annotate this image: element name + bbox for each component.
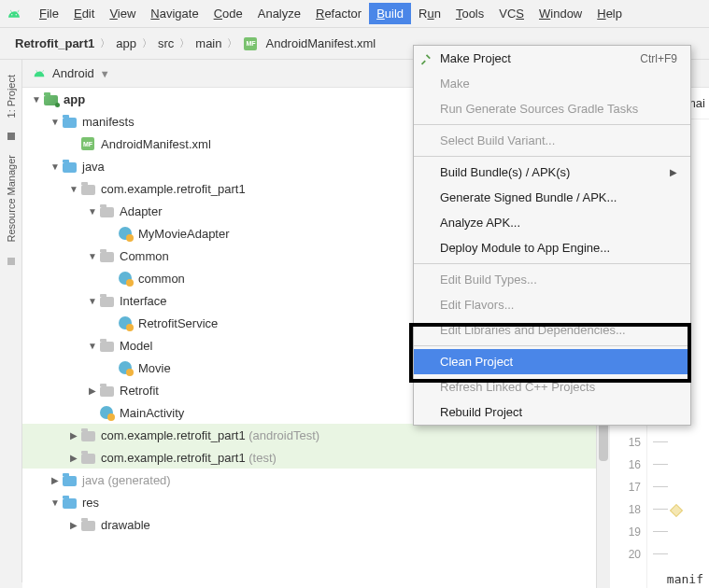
project-view-label: Android xyxy=(52,66,94,80)
expander-icon[interactable]: ▼ xyxy=(86,251,99,261)
manifest-file-icon: MF xyxy=(243,36,258,51)
menu-item-select-build-variant: Select Build Variant... xyxy=(414,128,690,153)
fold-mark[interactable] xyxy=(647,431,709,454)
fold-mark[interactable] xyxy=(647,498,709,521)
tree-node-label: MainActivity xyxy=(120,406,184,420)
tree-node-java-gen[interactable]: ▶java (generated) xyxy=(22,469,596,491)
breadcrumb-crumb[interactable]: main xyxy=(195,36,221,50)
expander-icon[interactable]: ▼ xyxy=(86,341,99,351)
menu-help[interactable]: Help xyxy=(589,3,630,24)
menu-item-label: Rebuild Project xyxy=(440,405,522,419)
line-number: 16 xyxy=(610,454,641,476)
menu-item-run-generate-sources: Run Generate Sources Gradle Tasks xyxy=(414,96,690,121)
tree-node-label: AndroidManifest.xml xyxy=(101,137,211,151)
tree-node-drawable[interactable]: ▶drawable xyxy=(22,513,596,536)
menu-item-label: Generate Signed Bundle / APK... xyxy=(440,190,617,204)
menu-run[interactable]: Run xyxy=(411,3,448,24)
expander-icon[interactable]: ▼ xyxy=(67,184,80,194)
tree-node-label: RetrofitService xyxy=(138,316,218,330)
menu-separator xyxy=(414,124,690,125)
tree-node-label: com.example.retrofit_part1 (androidTest) xyxy=(101,428,319,442)
expander-icon[interactable]: ▶ xyxy=(49,475,62,485)
breadcrumb-project[interactable]: Retrofit_part1 xyxy=(15,36,94,50)
breadcrumb-crumb[interactable]: src xyxy=(158,36,174,50)
menu-item-rebuild-project[interactable]: Rebuild Project xyxy=(414,399,690,425)
tree-node-label: common xyxy=(138,272,185,286)
menu-navigate[interactable]: Navigate xyxy=(143,3,206,24)
menu-item-label: Edit Build Types... xyxy=(440,273,537,287)
menu-vcs[interactable]: VCS xyxy=(491,3,532,24)
menu-separator xyxy=(414,345,690,346)
menu-separator xyxy=(414,263,690,264)
tree-node-pkg-androidtest[interactable]: ▶com.example.retrofit_part1 (androidTest… xyxy=(22,424,596,446)
menu-refactor[interactable]: Refactor xyxy=(308,3,369,24)
tree-node-label: java (generated) xyxy=(82,473,171,487)
tree-node-label: Common xyxy=(120,249,169,263)
sidebar-tab-project[interactable]: 1: Project xyxy=(6,69,17,123)
fold-mark[interactable] xyxy=(647,476,709,498)
menu-file[interactable]: File xyxy=(32,3,66,24)
expander-icon[interactable]: ▶ xyxy=(86,385,99,396)
expander-icon[interactable]: ▼ xyxy=(49,497,62,508)
menu-item-edit-libraries: Edit Libraries and Dependencies... xyxy=(414,317,690,343)
menu-item-label: Edit Libraries and Dependencies... xyxy=(440,323,626,337)
tree-node-label: Movie xyxy=(138,361,171,375)
line-number: 20 xyxy=(610,543,641,566)
tree-node-pkg-test[interactable]: ▶com.example.retrofit_part1 (test) xyxy=(22,446,596,469)
menu-item-build-bundles[interactable]: Build Bundle(s) / APK(s)▶ xyxy=(414,160,690,185)
menu-item-edit-flavors: Edit Flavors... xyxy=(414,292,690,317)
line-number: 19 xyxy=(610,521,641,543)
fold-mark[interactable] xyxy=(647,521,709,543)
breadcrumb-file[interactable]: AndroidManifest.xml xyxy=(265,36,376,50)
menu-item-label: Run Generate Sources Gradle Tasks xyxy=(440,102,638,116)
menu-item-analyze-apk[interactable]: Analyze APK... xyxy=(414,210,690,235)
menu-item-label: Refresh Linked C++ Projects xyxy=(440,380,595,394)
fold-mark[interactable] xyxy=(647,454,709,476)
build-menu-dropdown: Make ProjectCtrl+F9MakeRun Generate Sour… xyxy=(413,45,691,426)
menu-item-clean-project[interactable]: Clean Project xyxy=(414,349,690,374)
tree-node-label: MyMovieAdapter xyxy=(138,227,230,241)
expander-icon[interactable]: ▶ xyxy=(67,430,80,441)
breadcrumb-crumb[interactable]: app xyxy=(116,36,136,50)
tree-node-res[interactable]: ▼res xyxy=(22,491,596,513)
menu-item-make-project[interactable]: Make ProjectCtrl+F9 xyxy=(414,46,690,71)
menu-item-label: Analyze APK... xyxy=(440,216,520,230)
chevron-right-icon: 〉 xyxy=(142,36,152,50)
chevron-right-icon: 〉 xyxy=(179,36,190,50)
expander-icon[interactable]: ▶ xyxy=(67,520,80,530)
fold-mark[interactable] xyxy=(647,543,709,566)
menu-item-label: Make xyxy=(440,77,470,91)
tree-node-label: manifests xyxy=(82,115,135,129)
menu-item-label: Build Bundle(s) / APK(s) xyxy=(440,165,570,179)
menu-item-refresh-cpp: Refresh Linked C++ Projects xyxy=(414,374,690,399)
tree-node-label: com.example.retrofit_part1 xyxy=(101,182,246,196)
line-number: 18 xyxy=(610,498,641,521)
menu-item-label: Select Build Variant... xyxy=(440,133,555,147)
menu-item-generate-signed[interactable]: Generate Signed Bundle / APK... xyxy=(414,185,690,210)
expander-icon[interactable]: ▼ xyxy=(49,161,62,172)
expander-icon[interactable]: ▶ xyxy=(67,453,80,463)
expander-icon[interactable]: ▼ xyxy=(49,117,62,127)
menu-edit[interactable]: Edit xyxy=(66,3,102,24)
menu-window[interactable]: Window xyxy=(532,3,589,24)
menu-tools[interactable]: Tools xyxy=(448,3,491,24)
menu-item-deploy-module[interactable]: Deploy Module to App Engine... xyxy=(414,235,690,260)
menu-separator xyxy=(414,156,690,157)
menu-view[interactable]: View xyxy=(102,3,143,24)
code-fragment-bottom: manif xyxy=(667,572,703,586)
menu-build[interactable]: Build xyxy=(369,3,411,24)
square-icon xyxy=(7,133,15,140)
expander-icon[interactable]: ▼ xyxy=(30,94,43,105)
expander-icon[interactable]: ▼ xyxy=(86,206,99,217)
tree-node-label: Adapter xyxy=(120,204,163,218)
chevron-right-icon: ▶ xyxy=(670,167,677,177)
hammer-icon xyxy=(419,51,433,65)
menu-analyze[interactable]: Analyze xyxy=(250,3,308,24)
tree-node-label: Interface xyxy=(120,294,167,308)
menu-item-shortcut: Ctrl+F9 xyxy=(640,52,677,65)
breadcrumb-parts: app〉src〉main〉 xyxy=(116,36,237,50)
menu-item-label: Make Project xyxy=(440,51,511,65)
sidebar-tab-resource-manager[interactable]: Resource Manager xyxy=(6,149,17,248)
expander-icon[interactable]: ▼ xyxy=(86,296,99,306)
menu-code[interactable]: Code xyxy=(206,3,250,24)
